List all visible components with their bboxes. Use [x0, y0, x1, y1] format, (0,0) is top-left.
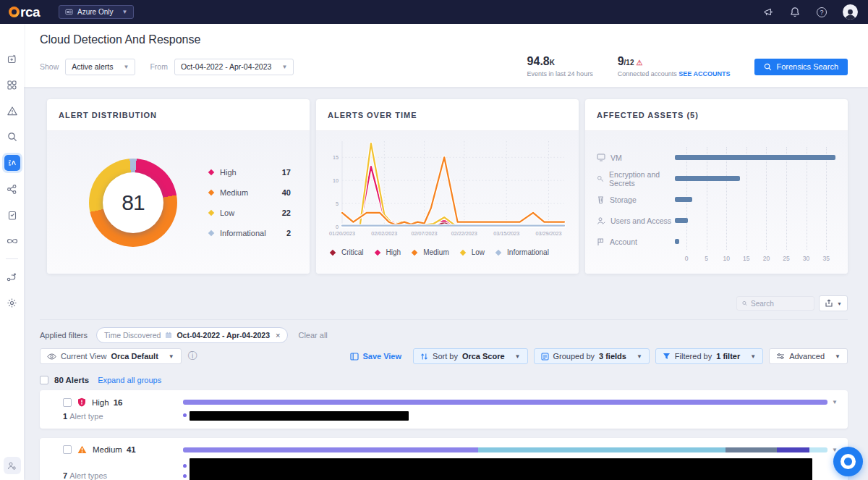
expand-all-groups-link[interactable]: Expand all groups	[98, 376, 161, 384]
legend-marker	[459, 249, 465, 255]
clear-all-link[interactable]: Clear all	[298, 331, 327, 340]
alert-group-high[interactable]: High 16 ▼ 1Alert type	[40, 390, 848, 429]
legend-item[interactable]: Medium	[412, 248, 449, 256]
affected-assets-card: AFFECTED ASSETS (5) VM Encryption and Se…	[585, 99, 848, 274]
see-accounts-link[interactable]: SEE ACCOUNTS	[678, 70, 730, 77]
remove-filter-icon[interactable]: ×	[276, 331, 280, 340]
sidebar-item-inventory[interactable]	[0, 202, 24, 228]
chevron-down-icon: ▼	[837, 301, 842, 306]
page-title: Cloud Detection And Response	[40, 33, 848, 46]
sidebar-item-attack-paths[interactable]	[0, 176, 24, 202]
legend-item[interactable]: Informational	[496, 248, 549, 256]
severity-count: 41	[127, 445, 136, 454]
current-view-button[interactable]: Current ViewOrca Default ▼	[40, 348, 182, 364]
save-view-icon	[350, 353, 359, 361]
legend-item[interactable]: Low22	[209, 203, 291, 223]
legend-marker	[412, 249, 417, 255]
chevron-down-icon: ▼	[169, 353, 174, 360]
sidebar-user-settings[interactable]	[4, 457, 21, 474]
sidebar-item-dashboard[interactable]	[0, 72, 24, 98]
alert-type-dot	[183, 413, 187, 417]
medium-severity-icon	[77, 445, 87, 454]
legend-marker	[208, 230, 214, 235]
user-gear-icon	[7, 461, 17, 471]
alert-distribution-donut[interactable]: 81	[89, 159, 177, 247]
select-all-checkbox[interactable]	[40, 376, 48, 384]
date-range-select[interactable]: Oct-04-2022 - Apr-04-2023 ▼	[174, 59, 294, 75]
high-severity-icon	[77, 397, 86, 407]
legend-marker	[208, 209, 214, 215]
filter-pill-time-discovered[interactable]: Time Discovered Oct-04-2022 - Apr-04-202…	[96, 327, 288, 343]
vm-icon	[597, 153, 605, 161]
notifications-button[interactable]	[789, 7, 801, 18]
sidebar-divider	[6, 258, 18, 259]
user-avatar[interactable]	[843, 4, 858, 20]
alert-distribution-card: ALERT DISTRIBUTION 81 High17 Medium40 Lo…	[47, 99, 310, 274]
svg-text:10: 10	[333, 177, 339, 184]
alert-group-medium[interactable]: Medium 41 ▼ 7Alert types	[40, 438, 848, 480]
svg-text:03/29/2023: 03/29/2023	[536, 230, 562, 237]
legend-marker	[208, 169, 214, 174]
svg-text:01/20/2023: 01/20/2023	[329, 230, 355, 237]
search-icon	[742, 300, 747, 307]
show-select[interactable]: Active alerts ▼	[65, 59, 135, 75]
top-navbar: rca Azure Only ▼ ?	[0, 0, 868, 24]
calendar-icon	[165, 332, 172, 339]
grouped-by-button[interactable]: Grouped by3 fields ▼	[534, 348, 650, 364]
advanced-button[interactable]: Advanced ▼	[769, 348, 848, 364]
svg-text:02/07/2023: 02/07/2023	[412, 230, 438, 237]
asset-row[interactable]: Account	[597, 231, 838, 252]
sidebar-item-alerts[interactable]	[0, 98, 24, 124]
legend-item[interactable]: Low	[461, 248, 485, 256]
sort-by-button[interactable]: Sort byOrca Score ▼	[413, 348, 527, 364]
help-icon: ?	[817, 7, 827, 17]
asset-row[interactable]: Encryption and Secrets	[597, 168, 838, 189]
group-checkbox[interactable]	[63, 398, 72, 407]
announcements-button[interactable]	[762, 7, 774, 18]
x-axis-ticks: 05101520253035	[686, 252, 836, 263]
line-chart-legend: CriticalHighMediumLowInformational	[328, 243, 569, 256]
legend-item[interactable]: High17	[209, 162, 291, 182]
search-input[interactable]	[751, 300, 809, 308]
orca-assistant-button[interactable]	[833, 447, 863, 476]
alerts-over-time-chart[interactable]: 05101501/20/202302/02/202302/07/202302/2…	[328, 137, 567, 243]
alert-types-count: 7Alert types	[63, 458, 183, 480]
table-search[interactable]	[736, 296, 814, 311]
dashboard-icon	[7, 80, 17, 90]
user-silhouette-icon	[844, 8, 856, 20]
legend-item[interactable]: Medium40	[209, 182, 291, 203]
collapse-group-icon[interactable]: ▼	[827, 399, 842, 405]
asset-row[interactable]: Users and Access	[597, 210, 838, 231]
group-checkbox[interactable]	[63, 445, 72, 454]
page-header: Cloud Detection And Response Show Active…	[24, 24, 868, 87]
filtered-by-button[interactable]: Filtered by1 filter ▼	[655, 348, 763, 364]
alert-type-dot	[183, 474, 187, 478]
sidebar-item-cdr-active[interactable]	[0, 150, 24, 176]
redacted-alert-type-name	[190, 411, 409, 421]
help-button[interactable]: ?	[816, 7, 827, 18]
forensics-search-button[interactable]: Forensics Search	[754, 59, 848, 75]
asset-row[interactable]: Storage	[597, 189, 838, 210]
orca-logo: rca	[9, 4, 40, 20]
sidebar-item-integrations[interactable]	[0, 228, 24, 254]
chevron-down-icon: ▼	[750, 353, 756, 360]
legend-item[interactable]: Critical	[331, 248, 364, 256]
sidebar-item-automations[interactable]	[0, 264, 24, 290]
cloud-scope-selector[interactable]: Azure Only ▼	[59, 5, 134, 19]
asset-row[interactable]: VM	[597, 147, 838, 168]
svg-text:02/02/2023: 02/02/2023	[371, 230, 397, 237]
sidebar-item-search[interactable]	[0, 124, 24, 150]
info-icon[interactable]: ⓘ	[188, 350, 197, 363]
sidebar-item-settings[interactable]	[0, 290, 24, 316]
svg-text:5: 5	[336, 201, 339, 207]
affected-assets-chart[interactable]: VM Encryption and Secrets Storage	[597, 147, 838, 263]
export-button[interactable]: ▼	[819, 295, 848, 311]
chevron-down-icon: ▼	[122, 9, 128, 15]
card-title: ALERT DISTRIBUTION	[47, 99, 310, 131]
legend-item[interactable]: High	[375, 248, 401, 256]
legend-item[interactable]: Informational2	[209, 223, 291, 243]
save-view-button[interactable]: Save View	[350, 352, 401, 361]
chevron-down-icon: ▼	[515, 353, 521, 360]
sidebar-item-radar[interactable]	[0, 46, 24, 72]
card-title: ALERTS OVER TIME	[316, 99, 579, 131]
